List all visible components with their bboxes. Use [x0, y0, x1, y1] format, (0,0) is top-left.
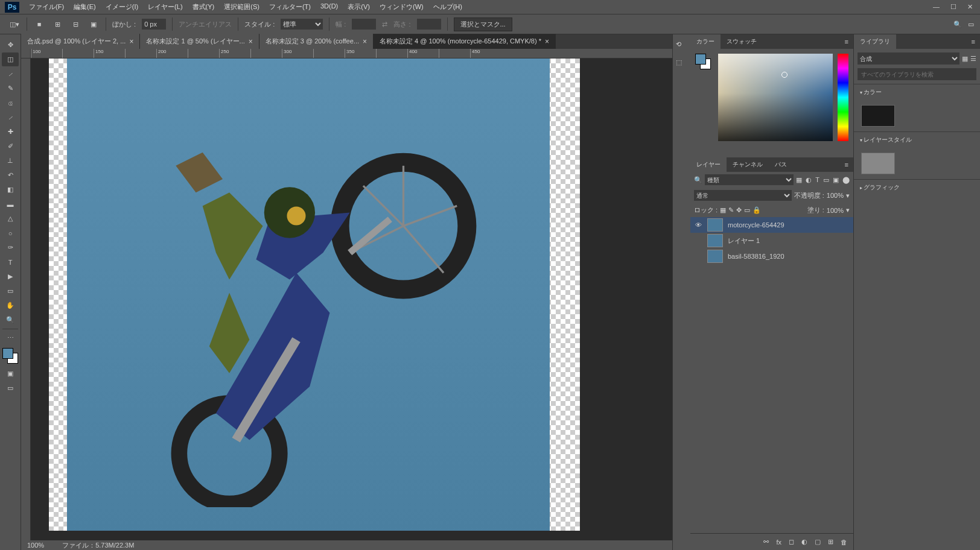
path-select-tool[interactable]: ▶ [2, 270, 19, 283]
hand-tool[interactable]: ✋ [2, 299, 19, 312]
library-color-swatch[interactable] [861, 105, 895, 127]
eyedropper-tool[interactable]: ⟋ [2, 110, 19, 124]
stamp-tool[interactable]: ⊥ [2, 154, 19, 168]
panel-menu-icon[interactable]: ≡ [967, 38, 980, 45]
library-select[interactable]: 合成 [858, 52, 959, 65]
edit-toolbar[interactable]: ⋯ [2, 331, 19, 345]
tab-close-icon[interactable]: × [363, 37, 367, 46]
filter-adjust-icon[interactable]: ◐ [806, 176, 812, 184]
lock-paint-icon[interactable]: ✎ [728, 206, 734, 214]
select-and-mask-button[interactable]: 選択とマスク... [454, 17, 512, 31]
marquee-tool[interactable]: ◫ [2, 52, 19, 66]
tab-color[interactable]: カラー [690, 34, 721, 49]
lock-all-icon[interactable]: 🔒 [752, 206, 761, 214]
section-graphic[interactable]: グラフィック [854, 179, 980, 195]
tab-library[interactable]: ライブラリ [854, 34, 896, 49]
zoom-level[interactable]: 100% [27, 542, 44, 549]
layer-row[interactable]: レイヤー 1 [690, 233, 853, 248]
color-swatch[interactable] [2, 348, 18, 364]
tab-paths[interactable]: パス [769, 157, 793, 172]
opacity-value[interactable]: 100% [827, 192, 844, 199]
tab-close-icon[interactable]: × [249, 37, 253, 46]
history-panel-icon[interactable]: ⟲ [676, 40, 688, 52]
menu-ウィンドウ[interactable]: ウィンドウ(W) [375, 0, 428, 14]
panel-menu-icon[interactable]: ≡ [840, 38, 853, 45]
new-layer-icon[interactable]: ⊞ [828, 538, 833, 546]
marquee-tool-icon[interactable]: ◫▾ [8, 18, 21, 30]
document-tab[interactable]: 合成.psd @ 100% (レイヤー 2, ...× [21, 34, 140, 49]
crop-tool[interactable]: ⟃ [2, 96, 19, 110]
dodge-tool[interactable]: ○ [2, 226, 19, 240]
type-tool[interactable]: T [2, 255, 19, 269]
layer-thumbnail[interactable] [707, 218, 723, 232]
layer-thumbnail[interactable] [707, 250, 723, 263]
section-layerstyle[interactable]: レイヤースタイル [854, 131, 980, 148]
list-view-icon[interactable]: ☰ [970, 55, 976, 63]
link-layers-icon[interactable]: ⚯ [763, 538, 769, 546]
panel-fg-color[interactable] [695, 54, 706, 65]
grid-view-icon[interactable]: ▦ [962, 55, 968, 63]
blur-tool[interactable]: △ [2, 212, 19, 226]
menu-表示[interactable]: 表示(V) [343, 0, 375, 14]
quick-select-tool[interactable]: ✎ [2, 81, 19, 95]
close-icon[interactable]: ✕ [967, 3, 973, 11]
layer-fx-icon[interactable]: fx [776, 539, 781, 546]
filter-pixel-icon[interactable]: ▦ [796, 176, 802, 184]
lock-position-icon[interactable]: ✥ [736, 206, 742, 214]
lasso-tool[interactable]: ⟋ [2, 67, 19, 81]
shape-tool[interactable]: ▭ [2, 284, 19, 298]
menu-3d[interactable]: 3D(D) [316, 0, 343, 14]
selection-add-icon[interactable]: ⊞ [51, 18, 63, 30]
canvas[interactable]: 100150200250300350400450 [21, 49, 672, 540]
selection-new-icon[interactable]: ■ [33, 18, 45, 30]
section-color[interactable]: カラー [854, 84, 980, 100]
gradient-tool[interactable]: ▬ [2, 197, 19, 211]
selection-subtract-icon[interactable]: ⊟ [69, 18, 81, 30]
layer-thumbnail[interactable] [707, 234, 723, 247]
quick-mask-icon[interactable]: ▣ [2, 367, 19, 381]
tab-layers[interactable]: レイヤー [690, 157, 727, 172]
properties-panel-icon[interactable]: ⬚ [676, 58, 688, 71]
layer-mask-icon[interactable]: ◻ [789, 538, 794, 546]
tab-swatches[interactable]: スウォッチ [721, 34, 763, 49]
maximize-icon[interactable]: ☐ [950, 3, 956, 11]
lock-pixels-icon[interactable]: ▦ [720, 206, 726, 214]
doc-size[interactable]: ファイル：5.73M/22.3M [62, 541, 134, 550]
document-tab[interactable]: 名称未設定 4 @ 100% (motorcycle-654429, CMYK/… [374, 34, 556, 49]
style-select[interactable]: 標準 [281, 19, 323, 30]
panel-menu-icon[interactable]: ≡ [840, 161, 853, 168]
brush-tool[interactable]: ✐ [2, 139, 19, 153]
lock-artboard-icon[interactable]: ▭ [744, 206, 750, 214]
pen-tool[interactable]: ✑ [2, 241, 19, 254]
delete-layer-icon[interactable]: 🗑 [841, 539, 847, 546]
library-search-input[interactable] [858, 68, 976, 80]
move-tool[interactable]: ✥ [2, 38, 19, 52]
tab-close-icon[interactable]: × [545, 37, 549, 46]
foreground-color[interactable] [2, 348, 13, 359]
hue-slider[interactable] [838, 54, 848, 141]
workspace-icon[interactable]: ▭ [968, 21, 974, 28]
selection-intersect-icon[interactable]: ▣ [88, 18, 100, 30]
menu-イメージ[interactable]: イメージ(I) [101, 0, 143, 14]
filter-shape-icon[interactable]: ▭ [823, 176, 829, 184]
eraser-tool[interactable]: ◧ [2, 183, 19, 197]
zoom-tool[interactable]: 🔍 [2, 313, 19, 327]
layer-filter-select[interactable]: 種類 [705, 174, 794, 185]
menu-編集[interactable]: 編集(E) [69, 0, 101, 14]
menu-フィルター[interactable]: フィルター(T) [264, 0, 316, 14]
blend-mode-select[interactable]: 通常 [694, 190, 792, 201]
library-style-swatch[interactable] [861, 153, 895, 174]
fill-value[interactable]: 100% [827, 207, 844, 214]
menu-書式[interactable]: 書式(Y) [188, 0, 220, 14]
filter-smart-icon[interactable]: ▣ [833, 176, 839, 184]
layer-row[interactable]: basil-583816_1920 [690, 248, 853, 264]
tab-channels[interactable]: チャンネル [727, 157, 769, 172]
document-tab[interactable]: 名称未設定 1 @ 50% (レイヤー...× [140, 34, 259, 49]
healing-tool[interactable]: ✚ [2, 125, 19, 139]
height-input[interactable] [417, 19, 441, 30]
history-brush-tool[interactable]: ↶ [2, 168, 19, 182]
menu-ヘルプ[interactable]: ヘルプ(H) [428, 0, 467, 14]
menu-ファイル[interactable]: ファイル(F) [24, 0, 69, 14]
visibility-icon[interactable]: 👁 [694, 221, 702, 229]
adjustment-layer-icon[interactable]: ◐ [801, 538, 807, 546]
